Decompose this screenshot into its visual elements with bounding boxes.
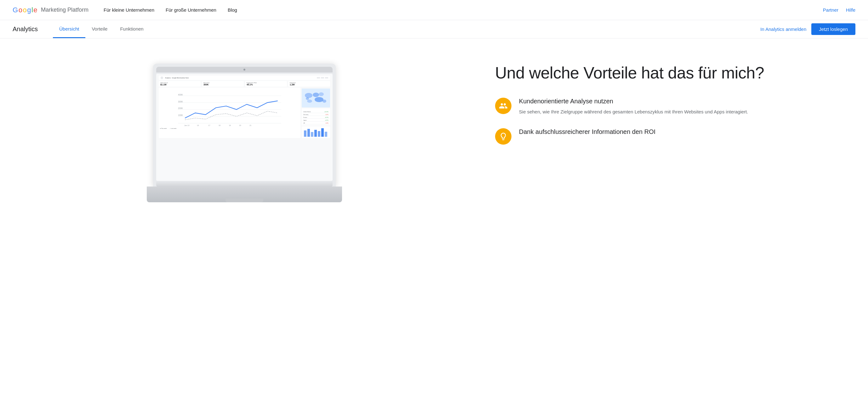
svg-rect-26	[311, 132, 313, 137]
logo-g-green: l	[31, 6, 33, 14]
logo-g-blue2: g	[27, 6, 31, 14]
chart-svg: 400K 300K 200K 100K Jan 13	[160, 89, 299, 127]
svg-text:21: 21	[249, 124, 251, 126]
svg-point-19	[319, 92, 324, 96]
screen-action-dot-2	[321, 77, 324, 79]
table-cell-label-3: France	[303, 117, 307, 118]
table-cell-value-4: +2.5%	[325, 119, 328, 121]
camera-dot	[244, 69, 245, 70]
tab-overview[interactable]: Übersicht	[53, 20, 85, 38]
svg-text:19: 19	[229, 124, 231, 126]
screen-chart-area: 400K 300K 200K 100K Jan 13	[159, 88, 330, 138]
screen-metric-value-revenue: $1.1M	[160, 84, 199, 86]
top-nav: Google Marketing Platform Für kleine Unt…	[0, 0, 868, 20]
table-row-1: United States +12.3%	[303, 110, 329, 113]
svg-text:100K: 100K	[178, 114, 183, 116]
logo-g-red2: e	[33, 6, 37, 14]
laptop-screen: Analytics · Google Merchandise Store Tot…	[156, 74, 333, 181]
benefit-desc-1: Sie sehen, wie Ihre Zielgruppe während d…	[519, 108, 856, 116]
svg-text:16: 16	[197, 124, 199, 126]
svg-rect-28	[318, 131, 320, 137]
table-cell-value-5: -1.8%	[325, 122, 328, 124]
svg-rect-27	[314, 130, 317, 137]
screen-map	[302, 89, 330, 108]
screen-top-bar: Analytics · Google Merchandise Store	[159, 76, 330, 80]
benefit-text-1: Kundenorientierte Analyse nutzen Sie seh…	[519, 98, 856, 116]
screen-action-dot-3	[325, 77, 328, 79]
svg-point-22	[322, 99, 326, 103]
screen-metric-pageviews: Pageviews 1.2M	[288, 81, 330, 87]
svg-point-21	[307, 99, 312, 103]
screen-metric-revenue: Total revenue $1.1M	[159, 81, 200, 87]
chart-legend: ● This week - - Last week	[160, 127, 299, 129]
table-row-4: Japan +2.5%	[303, 119, 329, 122]
right-section: Und welche Vorteile hat das für mich? Ku…	[476, 57, 856, 157]
screen-metric-engagement: Engagement Rate 45.1%	[245, 81, 287, 87]
google-logo: Google	[12, 6, 37, 14]
get-started-button[interactable]: Jetzt loslegen	[811, 23, 856, 35]
screen-side-table: United States +12.3% Germany -4.2%	[302, 108, 330, 125]
nav-small-business[interactable]: Für kleine Unternehmen	[104, 7, 154, 12]
screen-logo-dot	[161, 77, 163, 79]
laptop-screen-outer: Analytics · Google Merchandise Store Tot…	[153, 64, 336, 186]
svg-text:Jan 13: Jan 13	[184, 124, 189, 126]
nav-large-business[interactable]: Für große Unternehmen	[166, 7, 216, 12]
svg-point-17	[305, 93, 312, 98]
sign-in-button[interactable]: In Analytics anmelden	[760, 27, 806, 32]
users-icon	[499, 101, 508, 110]
left-section: Analytics · Google Merchandise Store Tot…	[12, 57, 476, 202]
screen-metric-value-users: 300K	[204, 84, 242, 86]
table-cell-label-4: Japan	[303, 119, 307, 121]
svg-text:20: 20	[239, 124, 241, 126]
laptop-camera-bar	[156, 67, 333, 72]
svg-point-18	[313, 93, 319, 97]
screen-metric-users: New Users 300K	[202, 81, 244, 87]
table-row-3: France +8.1%	[303, 116, 329, 119]
secondary-nav-right: In Analytics anmelden Jetzt loslegen	[760, 23, 856, 35]
screen-metrics-row: Total revenue $1.1M New Users 300K Engag…	[159, 81, 330, 87]
screen-table: United States +12.3% Germany -4.2%	[303, 110, 329, 124]
benefit-icon-lightbulb	[495, 128, 512, 145]
benefit-title-2: Dank aufschlussreicherer Informationen d…	[519, 128, 856, 136]
main-headline: Und welche Vorteile hat das für mich?	[495, 64, 856, 83]
screen-metric-value-pageviews: 1.2M	[290, 84, 329, 86]
top-nav-links: Für kleine Unternehmen Für große Unterne…	[104, 7, 823, 12]
logo-area: Google Marketing Platform	[12, 6, 89, 14]
laptop-keyboard	[147, 186, 342, 202]
svg-rect-30	[325, 132, 327, 137]
tab-features[interactable]: Funktionen	[114, 20, 150, 38]
main-content: Analytics · Google Merchandise Store Tot…	[0, 38, 868, 414]
screen-main-chart: 400K 300K 200K 100K Jan 13	[159, 88, 301, 138]
table-cell-value-1: +12.3%	[324, 111, 329, 113]
logo-g-yellow: o	[23, 6, 27, 14]
logo-g-red: o	[19, 6, 22, 14]
nav-help[interactable]: Hilfe	[846, 7, 856, 12]
screen-actions	[317, 77, 328, 79]
svg-text:400K: 400K	[178, 94, 183, 96]
nav-blog[interactable]: Blog	[228, 7, 237, 12]
table-cell-value-3: +8.1%	[325, 117, 328, 118]
benefit-item-1: Kundenorientierte Analyse nutzen Sie seh…	[495, 98, 856, 116]
tab-benefits[interactable]: Vorteile	[85, 20, 114, 38]
screen-action-dot-1	[317, 77, 320, 79]
top-nav-right: Partner Hilfe	[823, 7, 856, 12]
screen-side-panel: United States +12.3% Germany -4.2%	[302, 88, 330, 138]
benefit-title-1: Kundenorientierte Analyse nutzen	[519, 98, 856, 105]
svg-point-23	[306, 97, 309, 100]
legend-last-week: - - Last week	[169, 127, 176, 129]
svg-text:300K: 300K	[178, 100, 183, 103]
secondary-nav-links: Übersicht Vorteile Funktionen	[53, 20, 150, 38]
svg-point-20	[315, 97, 323, 102]
table-cell-label-2: Germany	[303, 114, 308, 115]
screen-side-bars	[302, 126, 330, 138]
svg-rect-25	[307, 129, 310, 137]
screen-metric-value-engagement: 45.1%	[247, 84, 285, 86]
benefit-text-2: Dank aufschlussreicherer Informationen d…	[519, 128, 856, 139]
mini-bar-svg	[303, 127, 329, 137]
nav-partner[interactable]: Partner	[823, 7, 838, 12]
screen-content: Analytics · Google Merchandise Store Tot…	[156, 74, 333, 181]
table-cell-label-5: UK	[303, 122, 305, 124]
logo-g-blue: G	[12, 6, 18, 14]
laptop-mockup: Analytics · Google Merchandise Store Tot…	[153, 64, 336, 202]
secondary-nav: Analytics Übersicht Vorteile Funktionen …	[0, 20, 868, 38]
